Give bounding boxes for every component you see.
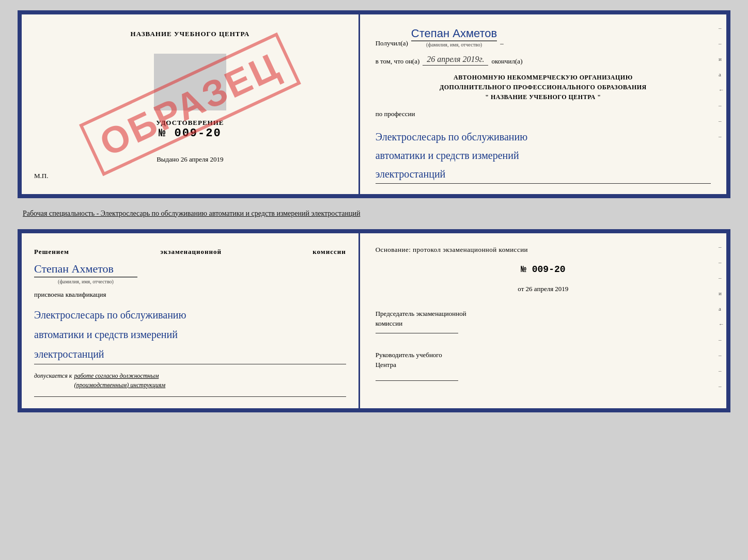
org-line2: ДОПОЛНИТЕЛЬНОГО ПРОФЕССИОНАЛЬНОГО ОБРАЗО… [376,83,711,92]
side-decorations: – – и а ← – – – [719,25,724,139]
profession-line1: Электрослесарь по обслуживанию [376,127,711,146]
rukovoditel-signature-line [376,380,458,381]
po-professii-label: по профессии [376,110,711,118]
profession-text: Электрослесарь по обслуживанию автоматик… [376,127,711,184]
ot-date: от 26 апреля 2019 [376,285,711,293]
udostoverenie-title: УДОСТОВЕРЕНИЕ [156,119,224,127]
chairman-title2: комиссии [376,319,403,327]
org-line3: " НАЗВАНИЕ УЧЕБНОГО ЦЕНТРА " [376,92,711,102]
photo-placeholder [154,54,226,110]
bottom-diploma: Решением экзаменационной комиссии Степан… [18,229,730,412]
top-diploma: НАЗВАНИЕ УЧЕБНОГО ЦЕНТРА УДОСТОВЕРЕНИЕ №… [18,10,730,198]
rukovoditel-title: Руководитель учебного [376,351,442,359]
chairman-section: Председатель экзаменационной комиссии [376,309,711,338]
vydano-line: Выдано 26 апреля 2019 [157,155,223,164]
dopuskaetsya-prefix: допускается к [34,371,72,381]
vtom-line: в том, что он(а) 26 апреля 2019г. окончи… [376,55,711,66]
reshenie-title: Решением экзаменационной комиссии [34,248,346,256]
vydano-date: 26 апреля 2019 [181,155,224,163]
certificate-number: № 009-20 [156,127,224,140]
bottom-fio-label: (фамилия, имя, отчество) [34,277,137,284]
qual-line2: автоматики и средств измерений [34,325,346,344]
top-diploma-right: Получил(а) Степан Ахметов (фамилия, имя,… [360,14,726,194]
osnovanie-text: Основание: протокол экзаменационной коми… [376,246,711,254]
mp-line: М.П. [34,172,48,180]
okonchil-label: окончил(а) [491,57,522,66]
ot-date-value: 26 апреля 2019 [526,285,569,293]
top-diploma-left: НАЗВАНИЕ УЧЕБНОГО ЦЕНТРА УДОСТОВЕРЕНИЕ №… [22,14,360,194]
dopuskaetsya-text2: (производственным) инструкциям [74,381,165,389]
udostoverenie-box: УДОСТОВЕРЕНИЕ № 009-20 [156,119,224,140]
prisvoena-label: присвоена квалификация [34,291,346,299]
bottom-recipient-name: Степан Ахметов [34,262,137,277]
dopuskaetsya-line: допускается к работе согласно должностны… [34,371,346,389]
qualification-text: Электрослесарь по обслуживанию автоматик… [34,305,346,364]
profession-line2: автоматики и средств измерений [376,146,711,165]
org-text: АВТОНОМНУЮ НЕКОММЕРЧЕСКУЮ ОРГАНИЗАЦИЮ ДО… [376,73,711,103]
top-left-title: НАЗВАНИЕ УЧЕБНОГО ЦЕНТРА [131,30,250,38]
dopuskaetsya-text: работе согласно должностным [74,372,159,379]
dopuskaetsya-text-block: работе согласно должностным (производств… [74,371,165,389]
poluchil-name-block: Степан Ахметов (фамилия, имя, отчество) [411,27,497,47]
rukovoditel-title2: Центра [376,361,396,369]
vydano-label: Выдано [157,155,179,163]
fio-label: (фамилия, имя, отчество) [411,40,497,47]
qual-line3: электростанций [34,344,346,364]
chairman-signature-line [376,333,458,333]
ot-prefix: от [518,285,524,293]
bottom-divider [34,396,346,397]
recipient-name: Степан Ахметов [411,27,497,41]
vtom-label: в том, что он(а) [376,57,420,66]
profession-line3: электростанций [376,165,711,183]
chairman-label: Председатель экзаменационной комиссии [376,309,711,329]
bottom-name-block: Степан Ахметов (фамилия, имя, отчество) [34,262,346,284]
org-line1: АВТОНОМНУЮ НЕКОММЕРЧЕСКУЮ ОРГАНИЗАЦИЮ [376,73,711,83]
middle-text: Рабочая специальность - Электрослесарь п… [18,206,730,221]
poluchil-line: Получил(а) Степан Ахметов (фамилия, имя,… [376,27,711,47]
qual-line1: Электрослесарь по обслуживанию [34,305,346,325]
chairman-title: Председатель экзаменационной [376,310,466,317]
completion-date: 26 апреля 2019г. [423,55,488,66]
poluchil-label: Получил(а) [376,39,408,47]
bottom-diploma-left: Решением экзаменационной комиссии Степан… [22,233,360,408]
bottom-side-decorations: – – – и а ← – – – – [719,244,724,389]
protocol-number: № 009-20 [376,264,711,275]
bottom-diploma-right: Основание: протокол экзаменационной коми… [360,233,726,408]
rukovoditel-section: Руководитель учебного Центра [376,350,711,370]
